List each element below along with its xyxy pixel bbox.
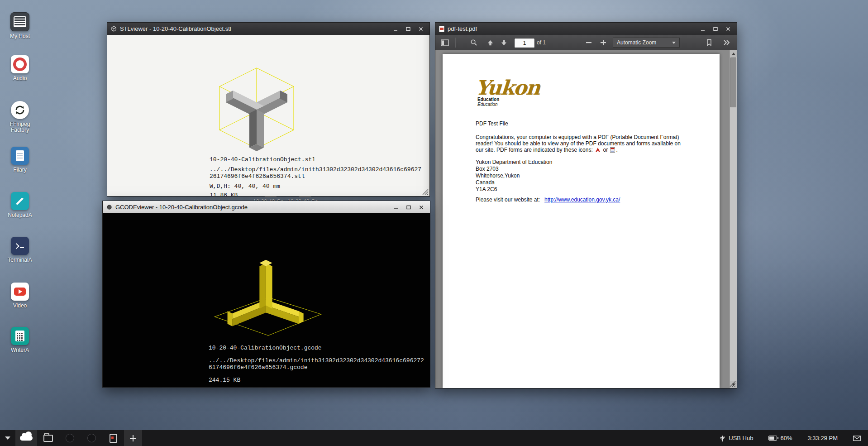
acrobat-pdf-icon — [595, 147, 601, 153]
gcode-3d-viewport[interactable]: 10-20-40-CalibrationObject.gcode ../../D… — [103, 213, 430, 387]
window-controls — [698, 25, 733, 33]
desktop-icon-video[interactable]: Video — [4, 283, 36, 309]
paragraph-line-3: our site. PDF forms are indicated by the… — [476, 147, 711, 153]
clock-time: 3:33:29 PM — [808, 435, 838, 441]
gcode-file-name: 10-20-40-CalibrationObject.gcode — [209, 345, 425, 351]
desktop-icon-label: FFmpeg Factory — [5, 121, 34, 133]
toolbar-separator — [455, 38, 456, 48]
pdf-viewer-window: pdf-test.pdf of 1 — [435, 22, 737, 388]
website-line: Please visit our website at: http://www.… — [476, 197, 720, 203]
minimize-button[interactable] — [698, 25, 708, 33]
desktop-icon-label: My Host — [10, 34, 30, 39]
folder-icon — [43, 435, 53, 442]
taskbar-cloud-button[interactable] — [15, 430, 37, 446]
address-block: Yukon Department of Education Box 2703 W… — [476, 159, 720, 193]
desktop-icon-label: Filary — [13, 167, 26, 173]
page-number-input[interactable] — [514, 38, 535, 48]
zoom-select[interactable]: Automatic Zoom — [613, 38, 680, 48]
desktop-icon-label: WriterA — [11, 347, 29, 353]
gcodeviewer-window: GCODEviewer - 10-20-40-CalibrationObject… — [102, 201, 430, 388]
taskbar-expand-button[interactable] — [0, 430, 15, 446]
usb-hub-indicator[interactable]: USB Hub — [720, 435, 753, 442]
logo-subtitle-fr: Éducation — [477, 102, 720, 107]
yukon-wordmark: Yukon — [475, 79, 540, 97]
stl-titlebar[interactable]: STLviewer - 10-20-40-CalibrationObject.s… — [107, 23, 429, 35]
document-icon — [110, 434, 117, 443]
address-line: Yukon Department of Education — [476, 159, 720, 166]
close-button[interactable] — [416, 25, 426, 33]
gcode-3d-model — [194, 238, 338, 342]
app-circle-icon — [66, 434, 74, 442]
desktop-icon-filary[interactable]: Filary — [4, 147, 36, 173]
gcode-titlebar[interactable]: GCODEviewer - 10-20-40-CalibrationObject… — [103, 201, 430, 214]
cloud-icon — [20, 436, 33, 441]
battery-indicator[interactable]: 60% — [768, 435, 792, 441]
paragraph-line-2: reader! You should be able to view any o… — [476, 140, 711, 147]
website-link[interactable]: http://www.education.gov.yk.ca/ — [544, 197, 620, 203]
plus-icon — [130, 435, 136, 441]
pdf-titlebar[interactable]: pdf-test.pdf — [435, 23, 737, 35]
search-button[interactable] — [468, 37, 480, 48]
stl-3d-viewport[interactable]: 10-20-40-CalibrationObject.stl ../../Des… — [107, 35, 429, 196]
desktop-icon-notepada[interactable]: NotepadA — [4, 192, 36, 218]
stl-window-title: STLviewer - 10-20-40-CalibrationObject.s… — [120, 25, 387, 32]
address-line: Y1A 2C6 — [476, 186, 720, 193]
zoom-out-button[interactable] — [583, 37, 595, 48]
taskbar-left — [0, 430, 142, 446]
taskbar-app-stlviewer[interactable] — [59, 430, 81, 446]
resize-grip[interactable] — [729, 380, 736, 387]
yukon-logo: Yukon Education Éducation — [476, 79, 720, 107]
desktop-icon-ffmpeg-factory[interactable]: FFmpeg Factory — [4, 101, 36, 133]
taskbar-right: USB Hub 60% 3:33:29 PM — [720, 430, 868, 446]
maximize-button[interactable] — [403, 25, 413, 33]
scrollbar-thumb[interactable] — [730, 58, 736, 107]
scroll-up-button[interactable] — [730, 50, 737, 57]
taskbar-files-button[interactable] — [37, 430, 59, 446]
desktop-icon-my-host[interactable]: My Host — [4, 12, 36, 39]
toolbar-more-button[interactable] — [720, 37, 732, 48]
caret-down-icon — [5, 436, 10, 440]
gcode-file-size: 244.15 KB — [209, 377, 425, 384]
desktop-icon-audio[interactable]: Audio — [4, 55, 36, 82]
file-manager-icon — [11, 147, 29, 165]
next-page-button[interactable] — [498, 37, 510, 48]
taskbar-app-pdfviewer[interactable] — [102, 430, 124, 446]
clock[interactable]: 3:33:29 PM — [808, 435, 838, 441]
window-controls — [391, 25, 426, 33]
gcode-window-title: GCODEviewer - 10-20-40-CalibrationObject… — [115, 204, 388, 211]
zoom-in-button[interactable] — [597, 37, 609, 48]
usb-icon — [720, 435, 725, 442]
maximize-button[interactable] — [711, 25, 720, 33]
taskbar: USB Hub 60% 3:33:29 PM — [0, 430, 868, 446]
minimize-button[interactable] — [391, 203, 401, 211]
writer-document-icon — [11, 327, 29, 345]
chevron-down-icon — [672, 42, 676, 44]
pdf-window-title: pdf-test.pdf — [448, 25, 695, 32]
zoom-select-value: Automatic Zoom — [617, 39, 672, 46]
maximize-button[interactable] — [404, 203, 414, 211]
close-button[interactable] — [723, 25, 733, 33]
address-line: Whitehorse,Yukon — [476, 173, 720, 179]
minimize-button[interactable] — [391, 25, 401, 33]
taskbar-app-gcodeviewer[interactable] — [81, 430, 102, 446]
close-button[interactable] — [416, 203, 426, 211]
triangle-up-icon — [732, 53, 735, 55]
gcode-file-info: 10-20-40-CalibrationObject.gcode ../../D… — [209, 345, 425, 384]
my-host-icon — [10, 12, 29, 31]
bookmark-button[interactable] — [703, 37, 715, 48]
desktop-icon-writera[interactable]: WriterA — [4, 327, 36, 353]
gcodeviewer-app-icon — [106, 204, 112, 210]
sidebar-toggle-button[interactable] — [439, 37, 451, 48]
window-controls — [391, 203, 426, 211]
stl-dimensions: W,D,H: 40, 40, 40 mm — [210, 183, 422, 190]
paragraph-line-1: Congratulations, your computer is equipp… — [476, 134, 711, 140]
stl-3d-model — [184, 55, 329, 166]
recycle-arrows-icon — [11, 101, 29, 119]
resize-grip[interactable] — [422, 188, 429, 195]
taskbar-add-button[interactable] — [124, 430, 142, 446]
desktop-icon-terminala[interactable]: TerminalA — [4, 237, 36, 263]
previous-page-button[interactable] — [484, 37, 496, 48]
pdf-scrollbar[interactable] — [730, 50, 737, 388]
mail-indicator[interactable] — [853, 436, 861, 441]
or-text: or — [603, 147, 608, 153]
